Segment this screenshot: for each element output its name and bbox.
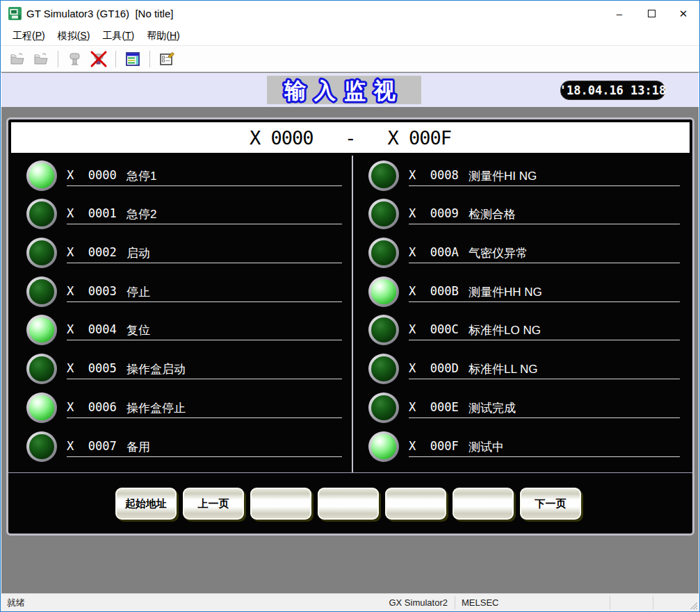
led-indicator bbox=[26, 160, 57, 191]
menu-project[interactable]: 工程(P) bbox=[6, 27, 51, 45]
screen-title-text: 输入监视 bbox=[284, 78, 404, 103]
status-ready: 就绪 bbox=[1, 594, 331, 611]
led-indicator bbox=[368, 276, 399, 307]
led-indicator bbox=[26, 315, 57, 345]
led-indicator bbox=[26, 431, 57, 462]
led-indicator bbox=[26, 199, 57, 229]
device-label: 测量件HH NG bbox=[469, 284, 680, 302]
led-indicator bbox=[368, 160, 399, 191]
monitor-row: X 0008 测量件HI NG bbox=[353, 156, 690, 195]
monitor-row: X 000B 测量件HH NG bbox=[353, 272, 690, 311]
close-button[interactable]: ✕ bbox=[667, 1, 699, 26]
led-core bbox=[371, 240, 396, 265]
device-monitor-icon[interactable] bbox=[123, 49, 143, 69]
led-core bbox=[29, 201, 54, 226]
led-core bbox=[371, 201, 396, 226]
page-button-row: 起始地址 上一页 下一页 bbox=[115, 488, 581, 520]
monitor-row: X 0007 备用 bbox=[11, 427, 352, 465]
led-core bbox=[371, 395, 396, 420]
led-core bbox=[29, 317, 54, 342]
screen-title: 输入监视 bbox=[267, 76, 421, 104]
monitor-row: X 000A 气密仪异常 bbox=[353, 233, 690, 272]
menu-label: 工具( bbox=[102, 30, 125, 41]
monitor-row: X 000E 测试完成 bbox=[353, 388, 690, 427]
menu-label: 模拟( bbox=[58, 30, 81, 41]
device-label: 急停2 bbox=[127, 206, 342, 224]
device-address: X 0001 bbox=[67, 206, 129, 224]
monitor-row: X 000D 标准件LL NG bbox=[353, 349, 690, 388]
menu-label: 帮助( bbox=[147, 30, 170, 41]
led-indicator bbox=[368, 315, 399, 345]
led-core bbox=[29, 163, 54, 188]
resize-grip-dots bbox=[690, 602, 697, 609]
led-core bbox=[29, 434, 54, 459]
menu-label: ) bbox=[131, 30, 135, 41]
led-core bbox=[29, 395, 54, 420]
stop-simulation-icon[interactable] bbox=[89, 49, 108, 69]
monitor-row: X 0009 检测合格 bbox=[353, 195, 690, 233]
btn-blank-3[interactable] bbox=[385, 488, 446, 520]
status-empty-cell bbox=[653, 594, 688, 611]
monitor-row: X 0001 急停2 bbox=[11, 195, 352, 233]
device-address: X 000A bbox=[409, 245, 471, 263]
monitor-row: X 0006 操作盒停止 bbox=[11, 388, 352, 427]
menu-tools[interactable]: 工具(T) bbox=[96, 27, 140, 45]
led-indicator bbox=[368, 431, 399, 462]
monitor-row: X 0005 操作盒启动 bbox=[11, 349, 352, 388]
menu-help[interactable]: 帮助(H) bbox=[140, 27, 186, 45]
status-plc-type: MELSEC bbox=[455, 594, 610, 611]
led-core bbox=[29, 356, 54, 381]
column-right: X 0008 测量件HI NG X 0009 检测合格 X 000A 气密仪异常 bbox=[353, 156, 690, 472]
open-folder-icon[interactable] bbox=[31, 49, 51, 69]
menu-label: ) bbox=[42, 30, 45, 41]
device-address: X 0002 bbox=[67, 245, 129, 263]
menu-mnemonic: H bbox=[170, 30, 177, 41]
resize-grip[interactable] bbox=[688, 594, 699, 611]
led-core bbox=[371, 163, 396, 188]
device-label: 测试完成 bbox=[469, 400, 680, 418]
btn-prev-page[interactable]: 上一页 bbox=[183, 488, 244, 520]
device-address: X 0003 bbox=[67, 284, 129, 302]
maximize-button[interactable] bbox=[635, 1, 667, 26]
device-label: 复位 bbox=[127, 322, 342, 340]
device-address: X 000F bbox=[409, 439, 471, 457]
toolbar-separator bbox=[58, 51, 58, 67]
window-title: GT Simulator3 (GT16) [No title] bbox=[26, 8, 173, 19]
device-address: X 0009 bbox=[409, 206, 471, 224]
button-row-separator bbox=[8, 472, 692, 473]
monitor-row: X 0002 启动 bbox=[11, 233, 352, 272]
statusbar: 就绪 GX Simulator2 MELSEC bbox=[1, 593, 699, 611]
device-address: X 0006 bbox=[67, 400, 129, 418]
monitor-row: X 0003 停止 bbox=[11, 272, 352, 311]
maximize-icon bbox=[648, 10, 656, 17]
toolbar-separator bbox=[115, 51, 116, 67]
option-icon[interactable] bbox=[157, 49, 177, 69]
btn-blank-2[interactable] bbox=[318, 488, 379, 520]
btn-start-address[interactable]: 起始地址 bbox=[115, 488, 177, 520]
column-left: X 0000 急停1 X 0001 急停2 X 0002 启动 bbox=[11, 156, 352, 472]
range-header: X 0000 - X 000F bbox=[11, 122, 690, 153]
minimize-button[interactable]: – bbox=[603, 1, 635, 26]
datetime-display: '18.04.16 13:18 bbox=[560, 81, 665, 100]
open-project-icon[interactable] bbox=[8, 49, 27, 69]
btn-next-page[interactable]: 下一页 bbox=[520, 488, 581, 520]
led-indicator bbox=[26, 238, 57, 268]
menu-mnemonic: T bbox=[125, 30, 131, 41]
device-label: 操作盒停止 bbox=[127, 400, 342, 418]
device-address: X 0007 bbox=[67, 439, 129, 457]
device-address: X 000D bbox=[409, 361, 471, 379]
led-core bbox=[371, 356, 396, 381]
device-address: X 000B bbox=[409, 284, 471, 302]
device-address: X 0000 bbox=[67, 168, 129, 186]
btn-blank-1[interactable] bbox=[250, 488, 311, 520]
menu-simulate[interactable]: 模拟(S) bbox=[51, 27, 97, 45]
btn-blank-4[interactable] bbox=[453, 488, 514, 520]
device-label: 备用 bbox=[127, 439, 342, 457]
device-address: X 0004 bbox=[67, 322, 129, 340]
menu-label: 工程( bbox=[13, 30, 35, 41]
monitor-row: X 000F 测试中 bbox=[353, 427, 690, 465]
start-simulation-icon[interactable] bbox=[65, 49, 85, 69]
hmi-screen: 输入监视 '18.04.16 13:18 X 0000 - X 000F X 0… bbox=[1, 72, 699, 595]
device-label: 测量件HI NG bbox=[469, 168, 680, 186]
monitor-row: X 000C 标准件LO NG bbox=[353, 311, 690, 349]
